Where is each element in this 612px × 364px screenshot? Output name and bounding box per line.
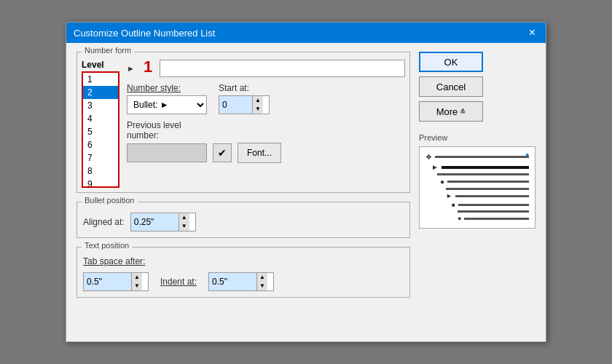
font-button[interactable]: Font...: [238, 143, 281, 163]
text-pos-row: ▲ ▼ Indent at: ▲ ▼: [83, 272, 404, 291]
level-item-7[interactable]: 7: [83, 151, 118, 165]
preview-container: Preview ✦ ❖ ►: [419, 133, 536, 229]
dialog-buttons: OK Cancel More ≛: [419, 52, 536, 122]
aligned-row: Aligned at: ▲ ▼: [83, 213, 404, 232]
bullet-position-group: Bullet position Aligned at: ▲ ▼: [76, 202, 410, 238]
tab-space-down-button[interactable]: ▼: [131, 282, 142, 290]
indent-at-spinner: ▲ ▼: [208, 272, 274, 291]
preview-line-2: ►: [431, 163, 529, 171]
level-item-4[interactable]: 4: [83, 112, 118, 125]
preview-line-7: ■: [452, 202, 529, 208]
preview-line-1: ❖: [425, 153, 529, 161]
number-style-label: Number style:: [127, 83, 207, 93]
start-at-label: Start at:: [219, 83, 270, 93]
preview-line-3: [437, 173, 529, 175]
tab-space-label: Tab space after:: [83, 256, 404, 266]
number-form-label: Number form: [82, 46, 134, 55]
aligned-spinner-buttons: ▲ ▼: [178, 213, 189, 231]
tab-space-input[interactable]: [84, 273, 131, 290]
preview-line-9: ●: [458, 215, 529, 222]
level-item-6[interactable]: 6: [83, 138, 118, 151]
start-at-group: Start at: ▲ ▼: [219, 83, 270, 114]
close-button[interactable]: ×: [526, 27, 538, 39]
tab-space-spinner: ▲ ▼: [83, 272, 149, 291]
indent-at-input[interactable]: [209, 273, 256, 290]
tab-space-spinner-buttons: ▲ ▼: [131, 273, 142, 290]
format-arrow-icon: ►: [127, 64, 135, 73]
number-form-group: Number form Level 1 2 3 4 5 6 7: [76, 52, 410, 193]
aligned-up-button[interactable]: ▲: [178, 213, 189, 222]
number-style-group: Number style: Bullet: ► 1, 2, 3, ... a, …: [127, 83, 207, 114]
level-label: Level: [82, 60, 119, 70]
number-style-select-wrap: Bullet: ► 1, 2, 3, ... a, b, c, ... A, B…: [127, 95, 207, 114]
prev-level-label: Previous levelnumber:: [127, 120, 405, 141]
preview-area: ✦ ❖ ►: [419, 146, 536, 229]
preview-bar-9: [464, 218, 529, 220]
preview-bar-5: [446, 188, 529, 190]
start-at-up-button[interactable]: ▲: [252, 96, 263, 105]
style-startat-row: Number style: Bullet: ► 1, 2, 3, ... a, …: [127, 83, 405, 114]
number-format-row: ► 1: [127, 60, 405, 77]
preview-bullet-6: ►: [446, 192, 452, 199]
form-row: Level 1 2 3 4 5 6 7 8 9: [82, 60, 405, 188]
prev-level-input[interactable]: [127, 143, 207, 162]
level-item-8[interactable]: 8: [83, 165, 118, 178]
customize-dialog: Customize Outline Numbered List × Number…: [66, 22, 546, 342]
preview-bullet-9: ●: [458, 215, 461, 222]
level-item-1[interactable]: 1: [83, 73, 118, 86]
preview-bar-7: [458, 204, 529, 206]
cancel-button[interactable]: Cancel: [419, 76, 483, 97]
preview-bar-6: [455, 195, 529, 197]
preview-line-4: ●: [440, 178, 529, 186]
prev-input-row: ✔ Font...: [127, 143, 405, 163]
prev-level-row: Previous levelnumber: ✔ Font...: [127, 120, 405, 163]
preview-line-8: [458, 210, 529, 213]
level-list-container: Level 1 2 3 4 5 6 7 8 9: [82, 60, 119, 188]
more-arrow-icon: ≛: [460, 108, 466, 116]
start-at-spinner-buttons: ▲ ▼: [252, 96, 263, 114]
aligned-down-button[interactable]: ▼: [178, 222, 189, 231]
start-at-down-button[interactable]: ▼: [252, 105, 263, 114]
text-position-group: Text position Tab space after: ▲ ▼ Inden…: [76, 247, 410, 298]
level-item-3[interactable]: 3: [83, 99, 118, 112]
more-label: More: [436, 106, 458, 117]
text-position-label: Text position: [82, 241, 132, 250]
level-item-2[interactable]: 2: [83, 86, 118, 99]
checkmark-button[interactable]: ✔: [213, 143, 232, 162]
number-format-display: 1: [144, 58, 152, 76]
number-format-input[interactable]: [160, 60, 405, 77]
dialog-title: Customize Outline Numbered List: [74, 28, 215, 39]
tab-space-up-button[interactable]: ▲: [131, 273, 142, 282]
preview-bullet-4: ●: [440, 178, 444, 186]
level-item-5[interactable]: 5: [83, 125, 118, 138]
right-section: OK Cancel More ≛ Preview ✦ ❖: [419, 52, 536, 298]
start-at-spinner: ▲ ▼: [219, 95, 270, 114]
aligned-spinner: ▲ ▼: [130, 213, 196, 232]
preview-bullet-7: ■: [452, 202, 455, 208]
left-section: Number form Level 1 2 3 4 5 6 7: [76, 52, 410, 298]
bullet-position-label: Bullet position: [82, 196, 138, 205]
aligned-at-input[interactable]: [131, 213, 178, 231]
preview-corner-dot: ✦: [525, 151, 530, 159]
preview-label: Preview: [419, 133, 536, 142]
preview-bullet-1: ❖: [425, 153, 432, 161]
preview-line-6: ►: [446, 192, 529, 199]
level-item-9[interactable]: 9: [83, 178, 118, 188]
indent-down-button[interactable]: ▼: [256, 282, 267, 290]
indent-up-button[interactable]: ▲: [256, 273, 267, 282]
aligned-at-label: Aligned at:: [83, 217, 125, 227]
dialog-body: Number form Level 1 2 3 4 5 6 7: [66, 43, 546, 306]
preview-bar-8: [458, 210, 529, 213]
number-style-select[interactable]: Bullet: ► 1, 2, 3, ... a, b, c, ... A, B…: [127, 95, 207, 114]
preview-bar-4: [447, 181, 529, 183]
preview-bar-2: [442, 166, 529, 169]
level-list[interactable]: 1 2 3 4 5 6 7 8 9: [82, 71, 119, 188]
more-button[interactable]: More ≛: [419, 101, 483, 122]
preview-bar-1: [435, 156, 529, 158]
indent-at-spinner-buttons: ▲ ▼: [256, 273, 267, 290]
ok-button[interactable]: OK: [419, 52, 483, 72]
start-at-input[interactable]: [219, 96, 252, 114]
right-inputs: ► 1 Number style: Bullet: ►: [127, 60, 405, 163]
preview-bar-3: [437, 173, 529, 175]
preview-bullet-2: ►: [431, 163, 439, 171]
